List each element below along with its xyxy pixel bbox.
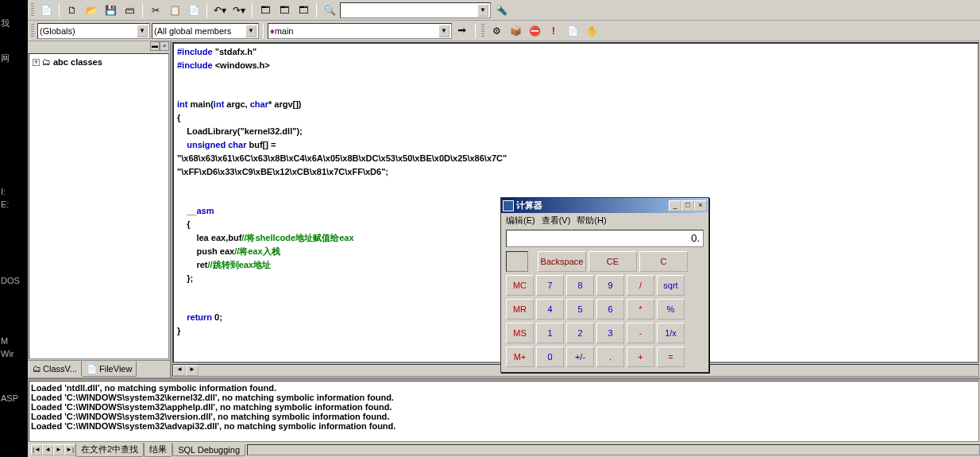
calculator-title: 计算器 [516,199,542,211]
num-7-button[interactable]: 7 [536,275,564,296]
output-tab-find2[interactable]: 在文件2中查找 [75,443,144,457]
num-4-button[interactable]: 4 [536,299,564,320]
save-icon[interactable]: 💾 [102,2,119,19]
new-text-icon[interactable]: 📄 [37,2,55,19]
output-tab-results[interactable]: 结果 [144,443,172,457]
paste-icon[interactable]: 📄 [185,2,203,19]
mc-button[interactable]: MC [506,275,534,296]
reciprocal-button[interactable]: 1/x [657,323,685,343]
add-button[interactable]: + [627,347,654,367]
num-8-button[interactable]: 8 [566,275,594,296]
percent-button[interactable]: % [657,299,685,320]
cut-icon[interactable]: ✂ [147,2,164,19]
output-text[interactable]: Loaded 'ntdll.dll', no matching symbolic… [29,381,979,442]
undo-icon[interactable]: ↶▾ [211,2,229,19]
plusminus-button[interactable]: +/- [566,347,594,367]
fileview-tab[interactable]: 📄FileView [82,361,137,377]
menu-help[interactable]: 帮助(H) [577,215,606,226]
decimal-button[interactable]: . [596,347,624,367]
execute-icon[interactable]: ! [545,22,562,40]
panel-close-icon[interactable]: × [160,41,169,51]
find-icon[interactable]: 🔦 [492,2,510,19]
go-icon[interactable]: 📄 [564,22,581,40]
calculator-titlebar[interactable]: 计算器 _ □ × [501,198,708,213]
new-file-icon[interactable]: 🗋 [64,2,81,19]
compile-icon[interactable]: ⚙ [488,22,505,40]
goto-icon[interactable]: ⮕ [453,22,471,40]
calculator-window: 计算器 _ □ × 编辑(E) 查看(V) 帮助(H) 0. Backspace… [500,197,709,373]
find-in-files-icon[interactable]: 🔍 [321,2,338,19]
num-3-button[interactable]: 3 [596,323,624,343]
workspace-icon[interactable]: 🗔 [257,2,274,19]
c-button[interactable]: C [639,251,688,272]
classes-icon: 🗂 [42,57,51,67]
redo-icon[interactable]: ↷▾ [230,2,248,19]
subtract-button[interactable]: - [627,323,654,343]
find-combo[interactable]: ▼ [340,2,491,18]
minimize-icon[interactable]: _ [669,200,681,211]
os-taskbar: 我 网 I: E: DOS M Wir ASP [0,0,28,457]
open-icon[interactable]: 📂 [83,2,100,19]
num-0-button[interactable]: 0 [536,347,564,367]
num-5-button[interactable]: 5 [566,299,594,320]
calculator-display: 0. [506,230,704,247]
window-list-icon[interactable]: 🗔 [295,2,312,19]
ms-button[interactable]: MS [506,323,534,343]
output-tabs: |◄ ◄ ► ►| 在文件2中查找 结果 SQL Debugging [28,443,980,457]
workspace-panel: ▬ × + 🗂 abc classes 🗂ClassV... 📄FileView [28,41,172,378]
copy-icon[interactable]: 📋 [166,2,183,19]
equals-button[interactable]: = [657,347,685,367]
tree-root[interactable]: + 🗂 abc classes [33,57,165,67]
memory-indicator [506,251,528,272]
tab-first-icon[interactable]: |◄ [31,444,42,455]
mplus-button[interactable]: M+ [506,347,534,367]
mr-button[interactable]: MR [506,299,534,320]
num-9-button[interactable]: 9 [596,275,624,296]
ce-button[interactable]: CE [588,251,637,272]
panel-dock-icon[interactable]: ▬ [150,41,160,51]
menu-view[interactable]: 查看(V) [542,215,571,226]
tab-prev-icon[interactable]: ◄ [42,444,53,455]
output-panel: Loaded 'ntdll.dll', no matching symbolic… [28,378,980,457]
expand-icon[interactable]: + [33,59,40,66]
multiply-button[interactable]: * [627,299,654,320]
function-combo[interactable]: ♦ main▼ [268,23,452,39]
toolbar-standard: 📄 🗋 📂 💾 🗃 ✂ 📋 📄 ↶▾ ↷▾ 🗔 🗔 🗔 🔍 ▼ 🔦 [28,0,980,21]
menu-edit[interactable]: 编辑(E) [506,215,535,226]
num-1-button[interactable]: 1 [536,323,564,343]
save-all-icon[interactable]: 🗃 [121,2,138,19]
output-tab-sql[interactable]: SQL Debugging [172,444,245,456]
tab-last-icon[interactable]: ►| [64,444,75,455]
divide-button[interactable]: / [627,275,654,296]
stop-build-icon[interactable]: ⛔ [526,22,543,40]
maximize-icon[interactable]: □ [681,200,694,211]
tab-next-icon[interactable]: ► [53,444,64,455]
output-icon[interactable]: 🗔 [276,2,293,19]
calculator-icon [503,200,514,211]
calculator-menubar: 编辑(E) 查看(V) 帮助(H) [501,213,708,227]
scope-combo[interactable]: (Globals)▼ [37,23,150,39]
class-tree[interactable]: + 🗂 abc classes [29,53,169,359]
backspace-button[interactable]: Backspace [538,251,586,272]
build-icon[interactable]: 📦 [507,22,524,40]
toolbar-wizard: (Globals)▼ (All global members▼ ♦ main▼ … [28,21,980,41]
sqrt-button[interactable]: sqrt [657,275,685,296]
members-combo[interactable]: (All global members▼ [152,23,259,39]
classview-tab[interactable]: 🗂ClassV... [28,361,82,377]
breakpoint-icon[interactable]: ✋ [583,22,600,40]
num-2-button[interactable]: 2 [566,323,594,343]
close-icon[interactable]: × [694,200,707,211]
output-scrollbar[interactable] [247,444,980,455]
num-6-button[interactable]: 6 [596,299,624,320]
tree-root-label: abc classes [53,57,102,67]
